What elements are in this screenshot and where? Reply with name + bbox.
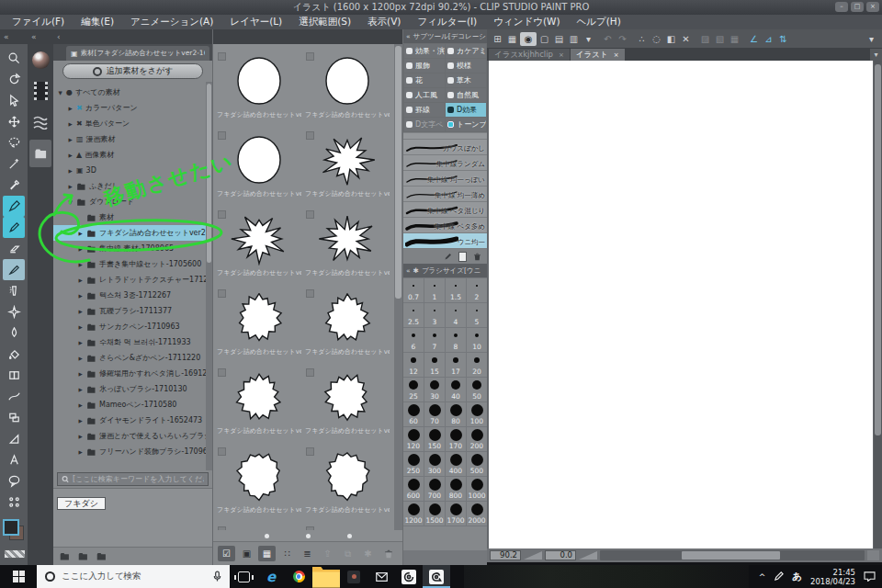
menu-item[interactable]: ヘルプ(H)	[569, 16, 629, 28]
tree-item[interactable]: ▶瓦礫ブラシ-1711377	[53, 303, 212, 319]
collapse-icon[interactable]: «	[4, 32, 9, 41]
brush-size-cell[interactable]: 50	[467, 378, 487, 401]
taskbar-search-input[interactable]: ここに入力して検索	[37, 565, 230, 588]
grid-view-button[interactable]: ▦	[258, 546, 276, 561]
pen-tool[interactable]	[3, 196, 25, 217]
tree-item[interactable]: ▶氷っぽいブラシ-1710130	[53, 381, 212, 397]
color-wheel-tile[interactable]	[29, 46, 51, 74]
thumbnail-size-slider[interactable]	[213, 530, 402, 541]
clip-studio-paint-taskbar-button[interactable]	[423, 565, 450, 588]
tree-item[interactable]: ▶텍스처 3종-1712267	[53, 288, 212, 303]
tree-item[interactable]: ▶サンカクペン-1710963	[53, 319, 212, 334]
auto-select-tool[interactable]	[3, 153, 25, 175]
fill-select-icon[interactable]: ◧	[664, 32, 678, 46]
brush-size-cell[interactable]: 200	[467, 427, 487, 451]
lasso-select-tool[interactable]	[3, 132, 25, 153]
mask-icon-1[interactable]: ▨	[698, 32, 712, 46]
canvas-viewport[interactable]	[487, 61, 882, 548]
material-thumbnail[interactable]: フキダシ詰め合わせセットver2-爆発	[303, 445, 391, 524]
brush-size-cell[interactable]: 8	[446, 328, 466, 352]
brush-size-cell[interactable]: 70	[424, 402, 445, 426]
thumbnail-checkbox[interactable]	[218, 368, 226, 377]
tool-dock-header[interactable]: «	[0, 29, 28, 44]
material-thumbnail[interactable]: フキダシ詰め合わせセットver2-通常	[215, 129, 303, 208]
brush-size-cell[interactable]: 500	[467, 452, 487, 476]
taskbar-clock[interactable]: 21:45 2018/04/23	[810, 568, 855, 586]
tree-item[interactable]: ▶集中線 素材-1708065	[53, 241, 212, 256]
brush-size-cell[interactable]: 25	[403, 378, 424, 401]
tone-waves-tile[interactable]	[29, 108, 51, 136]
fill-tool[interactable]	[3, 344, 25, 365]
material-thumbnail[interactable]: フキダシ詰め合わせセットver2-爆発	[215, 445, 303, 524]
material-search-box[interactable]: [ここに検索キーワードを入力してください]	[57, 472, 209, 486]
brush-size-cell[interactable]: 4	[446, 303, 466, 327]
canvas-horizontal-scrollbar[interactable]	[600, 550, 865, 560]
thumbnail-checkbox[interactable]	[218, 289, 226, 298]
brush-size-cell[interactable]: 170	[446, 427, 466, 451]
material-thumbnail[interactable]: フキダシ詰め合わせセットver2-通常	[215, 50, 303, 129]
material-tab[interactable]: ▣ 素材[フキダシ詰め合わせセットver2-1644552]	[66, 46, 209, 61]
subtool-group-button[interactable]: 服飾	[404, 59, 445, 73]
subtool-group-button[interactable]: 自然風	[446, 88, 486, 102]
brush-size-cell[interactable]: 600	[403, 477, 424, 501]
thumbnail-checkbox[interactable]	[218, 52, 226, 61]
decoration-tool[interactable]	[3, 301, 25, 322]
brush-size-cell[interactable]: 150	[424, 427, 445, 451]
subfolder-icon[interactable]	[96, 551, 107, 561]
tree-scrollbar[interactable]	[206, 82, 212, 470]
subtool-group-button[interactable]: 花	[404, 74, 445, 87]
select-mode-button[interactable]: ☑	[218, 546, 235, 561]
text-tool[interactable]	[3, 449, 25, 470]
small-thumb-view-button[interactable]: ▣	[238, 546, 255, 561]
tree-item[interactable]: ▼●すべての素材	[53, 85, 212, 100]
brush-size-cell[interactable]: 15	[424, 353, 445, 377]
select-area-icon[interactable]: ◌	[650, 32, 663, 46]
tree-item[interactable]: 素材	[53, 209, 212, 225]
brush-size-cell[interactable]: 120	[403, 427, 424, 451]
curve-tool[interactable]	[3, 386, 25, 407]
balloon-tool[interactable]	[3, 470, 25, 492]
brush-size-cell[interactable]: 2.5	[403, 303, 424, 327]
thumbnail-checkbox[interactable]	[218, 447, 226, 456]
brush-size-cell[interactable]: 1700	[446, 502, 466, 526]
close-tab-icon[interactable]: ×	[559, 51, 564, 59]
brush-tool[interactable]	[3, 259, 25, 280]
thumbnail-checkbox[interactable]	[306, 289, 314, 298]
delete-material-button[interactable]	[379, 546, 397, 561]
close-tab-icon[interactable]: ×	[614, 51, 619, 59]
zoom-tool[interactable]	[3, 48, 25, 69]
move-tool[interactable]	[3, 111, 25, 132]
menu-item[interactable]: 編集(E)	[73, 16, 122, 28]
thumbnail-checkbox[interactable]	[306, 52, 314, 61]
material-dock-header[interactable]: ‹	[53, 29, 212, 44]
brush-size-panel-header[interactable]: « ✱ ブラシサイズ[ウニ	[403, 264, 487, 277]
redo-icon[interactable]: ↷	[616, 32, 629, 46]
new-canvas-icon[interactable]: ▢	[537, 32, 551, 46]
materials-folder-tile[interactable]	[29, 140, 51, 167]
mask-icon-2[interactable]: ▧	[713, 32, 727, 46]
palette-dock-header[interactable]: «	[28, 29, 53, 44]
tree-item[interactable]: ▶▲画像素材	[53, 147, 212, 163]
list-view-button[interactable]: ≣	[299, 546, 316, 561]
thumbnail-scrollbar[interactable]	[394, 44, 402, 530]
zoom-slider[interactable]	[524, 551, 542, 560]
ruler-tool[interactable]	[3, 428, 25, 449]
title-bar[interactable]: イラスト (1600 x 1200px 72dpi 90.2%) - CLIP …	[0, 0, 882, 15]
material-thumbnail[interactable]: フキダシ詰め合わせセットver2-爆発	[303, 287, 391, 366]
brush-size-cell[interactable]: 40	[446, 378, 466, 401]
lock-settings-icon[interactable]	[443, 252, 453, 262]
copy-material-button[interactable]: ⧉	[339, 546, 356, 561]
collapse-icon[interactable]: ‹	[57, 32, 61, 41]
brush-size-cell[interactable]: 700	[424, 477, 445, 501]
eraser-tool[interactable]	[3, 238, 25, 259]
tree-item[interactable]: ▶フリーハンド装飾ブラシ-1709602	[53, 444, 212, 459]
menu-item[interactable]: 表示(V)	[359, 16, 409, 28]
thumbnail-checkbox[interactable]	[218, 131, 226, 140]
brush-size-cell[interactable]: 60	[403, 402, 424, 426]
brush-size-cell[interactable]: 1500	[424, 502, 445, 526]
rotation-slider[interactable]	[579, 551, 597, 560]
tree-item[interactable]: ▼ダウンロード	[53, 194, 212, 209]
material-thumbnail[interactable]: フキダシ詰め合わせセットver2-直線	[303, 208, 391, 287]
subtool-group-button[interactable]: D効果	[446, 103, 486, 117]
brush-size-cell[interactable]: 20	[467, 353, 487, 377]
